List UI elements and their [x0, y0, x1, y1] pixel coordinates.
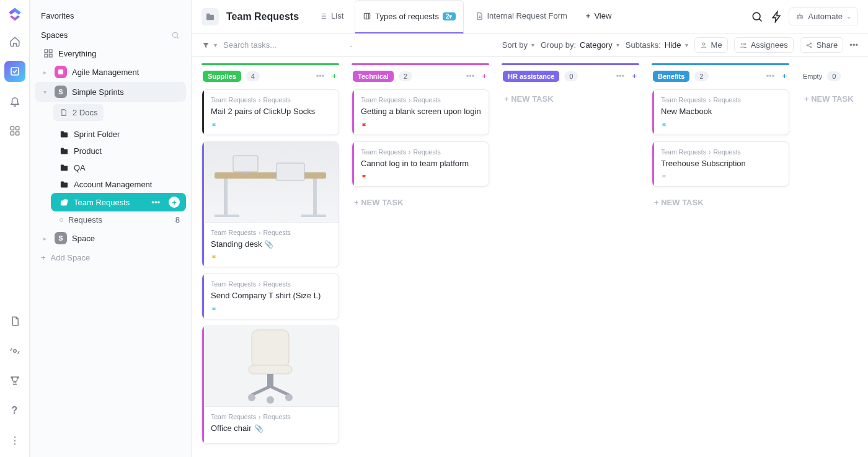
filter-button[interactable]: ▾: [202, 41, 217, 50]
favorites-header[interactable]: Favorites: [35, 6, 186, 25]
task-card[interactable]: Team Requests›RequestsMail 2 pairs of Cl…: [202, 89, 339, 135]
column-add-icon[interactable]: +: [330, 70, 338, 82]
new-task-button[interactable]: + NEW TASK: [352, 193, 489, 212]
space-agile[interactable]: ▸ Agile Management: [35, 62, 186, 82]
pulse-icon[interactable]: [4, 340, 25, 362]
task-card[interactable]: Team Requests›RequestsCannot log in to t…: [352, 141, 489, 187]
tab-form[interactable]: Internal Request Form: [467, 0, 575, 33]
new-task-button[interactable]: + NEW TASK: [652, 193, 789, 212]
chevron-right-icon: ›: [709, 96, 711, 104]
more-icon[interactable]: ⋮: [4, 430, 25, 451]
spaces-header[interactable]: Spaces: [35, 25, 186, 45]
folder-icon: [60, 163, 69, 172]
everything-item[interactable]: Everything: [35, 45, 186, 62]
card-edge: [202, 90, 204, 135]
column-count: 0: [564, 71, 578, 81]
notifications-icon[interactable]: [4, 91, 25, 112]
column-add-icon[interactable]: +: [480, 70, 488, 82]
folder-product[interactable]: Product: [51, 143, 186, 159]
help-icon[interactable]: ?: [4, 400, 25, 421]
group-by-label: Group by:: [541, 40, 576, 50]
logo-icon[interactable]: [7, 6, 23, 22]
task-card[interactable]: Team Requests›RequestsNew Macbook: [652, 89, 789, 135]
space-space[interactable]: ▸ S Space: [35, 228, 186, 248]
more-icon[interactable]: •••: [151, 198, 160, 207]
group-by[interactable]: Group by: Category ▾: [541, 40, 619, 50]
task-card[interactable]: Team Requests›RequestsGetting a blank sc…: [352, 89, 489, 135]
column-supplies: Supplies4•••+Team Requests›RequestsMail …: [202, 63, 339, 450]
folder-icon: [60, 146, 69, 156]
priority-flag-icon[interactable]: [211, 122, 331, 130]
new-task-button[interactable]: + NEW TASK: [802, 89, 868, 109]
card-thumbnail: [202, 326, 339, 407]
list-icon: [319, 12, 327, 20]
folder-open-icon: [60, 198, 69, 207]
priority-flag-icon[interactable]: [361, 174, 481, 181]
priority-flag-icon[interactable]: [211, 254, 331, 262]
search-icon[interactable]: [749, 9, 765, 25]
column-more-icon[interactable]: •••: [765, 70, 776, 82]
plus-icon[interactable]: +: [169, 197, 180, 208]
chevron-right-icon: ›: [259, 229, 261, 236]
tab-label: Types of requests: [375, 12, 439, 21]
trophy-icon[interactable]: [4, 370, 25, 391]
column-header: Empty0+: [802, 70, 868, 82]
chevron-right-icon: ▸: [43, 235, 50, 242]
column-add-icon[interactable]: +: [781, 70, 788, 82]
chevron-right-icon: ›: [259, 280, 261, 288]
space-simple[interactable]: ▾ S Simple Sprints: [35, 82, 186, 102]
task-card[interactable]: Team Requests›RequestsSend Company T shi…: [202, 273, 339, 319]
card-edge: [202, 274, 204, 319]
sort-by[interactable]: Sort by▾: [502, 40, 534, 50]
folder-team-requests[interactable]: Team Requests ••• +: [51, 193, 186, 211]
priority-flag-icon[interactable]: [661, 174, 781, 181]
new-task-button[interactable]: + NEW TASK: [502, 89, 639, 109]
column-count: 2: [399, 71, 412, 81]
bolt-icon[interactable]: [769, 9, 785, 25]
chevron-right-icon: ›: [259, 96, 261, 104]
priority-flag-icon[interactable]: [361, 122, 481, 130]
card-title: Getting a blank screen upon login: [361, 106, 481, 117]
assignees-filter[interactable]: Assignees: [734, 37, 794, 53]
folder-qa[interactable]: QA: [51, 159, 186, 176]
me-filter[interactable]: Me: [694, 37, 728, 53]
column-more-icon[interactable]: •••: [315, 70, 326, 82]
column-count: 4: [246, 71, 260, 81]
svg-rect-29: [242, 172, 249, 174]
tab-count: 2▾: [443, 12, 456, 20]
add-space-button[interactable]: + Add Space: [35, 248, 186, 267]
list-requests[interactable]: Requests 8: [35, 211, 186, 228]
more-icon[interactable]: •••: [849, 40, 858, 50]
task-card[interactable]: Team Requests›RequestsStanding desk📎: [202, 141, 339, 268]
task-card[interactable]: Team Requests›RequestsOffice chair📎: [202, 326, 339, 445]
home-icon[interactable]: [4, 31, 25, 52]
list-label: Requests: [68, 215, 102, 224]
card-breadcrumb: Team Requests›Requests: [211, 96, 331, 104]
task-card[interactable]: Team Requests›RequestsTreehouse Subscrip…: [652, 141, 789, 187]
tasks-icon[interactable]: [4, 61, 25, 82]
everything-label: Everything: [58, 49, 96, 58]
priority-flag-icon[interactable]: [211, 306, 331, 314]
column-count: 0: [827, 71, 841, 81]
docs-chip[interactable]: 2 Docs: [53, 104, 104, 121]
column-add-icon[interactable]: +: [631, 70, 638, 82]
automate-button[interactable]: Automate ⌄: [789, 7, 858, 25]
folder-account[interactable]: Account Management: [51, 176, 186, 193]
subtasks[interactable]: Subtasks: Hide ▾: [626, 40, 688, 50]
search-tasks[interactable]: Search tasks... ⌄: [223, 40, 353, 50]
folder-sprint[interactable]: Sprint Folder: [51, 126, 186, 143]
doc-icon[interactable]: [4, 311, 25, 332]
search-icon[interactable]: [171, 31, 180, 40]
share-button[interactable]: Share: [800, 37, 844, 53]
apps-icon[interactable]: [4, 120, 25, 141]
column-hr: HR assistance0•••++ NEW TASK: [502, 63, 639, 109]
column-header: Benefits2•••+: [652, 70, 789, 82]
column-stripe: [802, 63, 868, 65]
folder-icon[interactable]: [202, 8, 219, 25]
tab-types[interactable]: Types of requests 2▾: [355, 0, 463, 33]
column-more-icon[interactable]: •••: [465, 70, 476, 82]
priority-flag-icon[interactable]: [661, 122, 781, 130]
column-more-icon[interactable]: •••: [615, 70, 626, 82]
tab-add-view[interactable]: + View: [578, 0, 619, 33]
tab-list[interactable]: List: [311, 0, 351, 33]
